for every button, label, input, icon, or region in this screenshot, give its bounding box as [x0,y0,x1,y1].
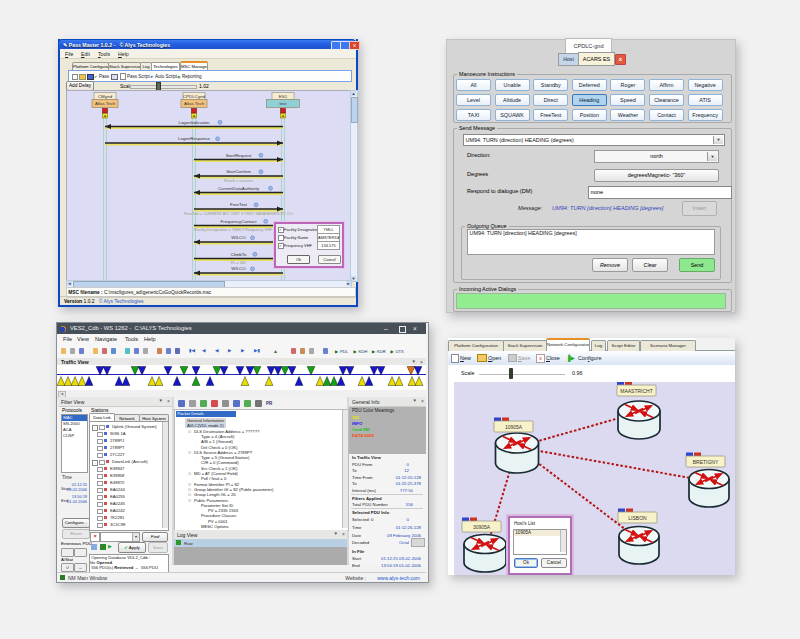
svg-text:BRETIGNY: BRETIGNY [693,459,719,465]
svg-text:FreeText = CURRENT ATC UNIT 3: FreeText = CURRENT ATC UNIT 3 YSSY SAKAN… [184,212,292,216]
svg-text:StartConfirm: StartConfirm [226,169,251,174]
svg-text:ClimbTo: ClimbTo [231,252,247,257]
svg-text:WILCO: WILCO [231,235,246,240]
svg-text:Atlas Tech: Atlas Tech [95,101,116,106]
svg-text:30905A: 30905A [473,524,491,530]
svg-text:ES1: ES1 [279,94,288,99]
svg-text:MAASTRICHT: MAASTRICHT [620,388,653,394]
svg-text:▲: ▲ [281,114,284,118]
svg-text:Result = success: Result = success [224,179,253,183]
svg-text:LogonResponse: LogonResponse [178,136,211,141]
svg-text:CPDLCgnd: CPDLCgnd [183,94,206,99]
svg-text:Atlas Tech: Atlas Tech [184,101,205,106]
svg-text:test: test [279,101,287,106]
svg-text:LogonIndication: LogonIndication [178,120,210,125]
svg-text:WILCO: WILCO [231,266,246,271]
svg-text:Facility Designation = YSHOT F: Facility Designation = YSHOT Frequency V… [194,228,283,232]
svg-text:LISBON: LISBON [628,515,647,521]
svg-text:FrequencyContact: FrequencyContact [221,219,258,224]
svg-text:CMgnd: CMgnd [98,94,113,99]
svg-text:▲: ▲ [103,114,106,118]
svg-text:10905A: 10905A [505,424,523,430]
svg-text:▲: ▲ [192,114,195,118]
svg-text:FL = 340: FL = 340 [231,261,246,265]
svg-text:FreeText: FreeText [230,202,248,207]
svg-text:StartRequest: StartRequest [226,153,252,158]
svg-text:CurrentDataAuthority: CurrentDataAuthority [218,186,260,191]
